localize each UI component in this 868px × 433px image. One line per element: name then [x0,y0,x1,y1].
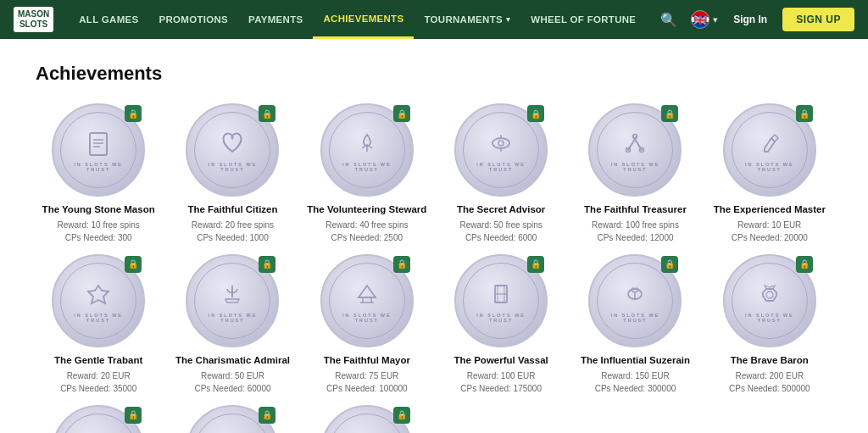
achievement-reward: Reward: 10 EUR CPs Needed: 20000 [732,219,808,244]
svg-point-13 [633,135,637,139]
achievement-volunteering-steward: IN SLOTS WE TRUST 🔒 The Volunteering Ste… [304,103,430,244]
achievement-partial-3: 🔒 [304,405,430,433]
medal-icon [83,279,114,309]
page-title: Achievements [36,63,832,85]
svg-rect-0 [90,133,107,155]
achievement-name: The Gentle Trabant [54,354,142,367]
achievement-reward: Reward: 100 free spins CPs Needed: 12000 [592,219,679,244]
flag-icon: 🇬🇧 [691,10,709,29]
achievement-name: The Experienced Master [714,203,826,216]
achievement-charismatic-admiral: IN SLOTS WE TRUST 🔒 The Charismatic Admi… [170,254,295,395]
achievement-reward: Reward: 40 free spins CPs Needed: 2500 [326,219,408,244]
main-nav: MASON SLOTS ALL GAMES PROMOTIONS PAYMENT… [0,0,868,39]
medal-inner: IN SLOTS WE TRUST [329,112,405,188]
medal-wrap: IN SLOTS WE TRUST 🔒 [723,103,816,197]
medal-wrap: IN SLOTS WE TRUST 🔒 [52,103,145,197]
lock-icon: 🔒 [661,256,678,273]
medal-inner: IN SLOTS WE TRUST [732,112,808,188]
medal-wrap: IN SLOTS WE TRUST 🔒 [454,103,548,197]
medal-text: IN SLOTS WE TRUST [598,313,672,323]
medal-text: IN SLOTS WE TRUST [195,162,270,172]
nav-right: 🔍 🇬🇧 ▾ Sign In SIGN UP [655,8,854,31]
medal-text: IN SLOTS WE TRUST [464,162,538,172]
medal-wrap: IN SLOTS WE TRUST 🔒 [186,254,279,347]
achievement-name: The Faithful Citizen [187,203,277,216]
medal-wrap: 🔒 [320,405,414,433]
nav-payments[interactable]: PAYMENTS [238,0,313,39]
medal-inner: IN SLOTS WE TRUST [194,263,270,339]
medal-wrap: IN SLOTS WE TRUST 🔒 [320,103,414,197]
achievement-reward: Reward: 100 EUR CPs Needed: 175000 [460,369,542,395]
lock-icon: 🔒 [259,105,275,122]
achievement-name: The Brave Baron [731,354,809,367]
achievement-reward: Reward: 200 EUR CPs Needed: 500000 [729,369,810,395]
achievement-name: The Influential Suzerain [581,354,690,367]
nav-wheel-of-fortune[interactable]: WHEEL OF FORTUNE [520,0,646,39]
lock-icon: 🔒 [796,256,813,273]
lock-icon: 🔒 [259,256,275,273]
achievements-grid: IN SLOTS WE TRUST 🔒 The Young Stone Maso… [36,103,832,433]
medal-icon [352,279,382,309]
achievement-reward: Reward: 20 EUR CPs Needed: 35000 [60,369,136,395]
medal-inner: IN SLOTS WE TRUST [597,112,673,188]
achievement-reward: Reward: 10 free spins CPs Needed: 300 [58,219,140,244]
logo[interactable]: MASON SLOTS [14,7,53,32]
medal-text: IN SLOTS WE TRUST [598,162,672,172]
achievement-name: The Secret Advisor [457,203,545,216]
achievement-reward: Reward: 150 EUR CPs Needed: 300000 [595,369,676,395]
svg-point-5 [492,138,509,148]
medal-wrap: IN SLOTS WE TRUST 🔒 [320,254,414,347]
lock-icon: 🔒 [259,407,275,424]
medal-text: IN SLOTS WE TRUST [330,162,404,172]
nav-tournaments[interactable]: TOURNAMENTS▾ [414,0,520,39]
medal-icon [754,279,785,309]
nav-links: ALL GAMES PROMOTIONS PAYMENTS ACHIEVEMEN… [69,0,655,39]
medal-wrap: 🔒 [52,405,145,433]
lock-icon: 🔒 [393,105,410,122]
medal-text: IN SLOTS WE TRUST [61,162,136,172]
lock-icon: 🔒 [393,407,410,424]
search-button[interactable]: 🔍 [655,12,682,28]
medal-text: IN SLOTS WE TRUST [61,313,136,323]
achievement-secret-advisor: IN SLOTS WE TRUST 🔒 The Secret Advisor R… [438,103,564,244]
language-selector[interactable]: 🇬🇧 ▾ [691,10,718,29]
signin-button[interactable]: Sign In [726,14,774,25]
nav-all-games[interactable]: ALL GAMES [69,0,148,39]
achievement-partial-1: 🔒 [36,405,161,433]
nav-achievements[interactable]: ACHIEVEMENTS [313,0,414,39]
medal-wrap: IN SLOTS WE TRUST 🔒 [454,254,548,347]
medal-inner: IN SLOTS WE TRUST [60,263,136,339]
medal-icon [620,128,650,158]
medal-icon [352,128,382,158]
achievement-name: The Young Stone Mason [42,203,155,216]
achievement-name: The Faithful Mayor [324,354,410,367]
medal-inner: IN SLOTS WE TRUST [463,263,539,339]
medal-icon [620,279,650,309]
medal-icon [217,279,248,309]
medal-text: IN SLOTS WE TRUST [464,313,538,323]
medal-icon [217,128,248,158]
medal-inner: IN SLOTS WE TRUST [60,112,136,188]
nav-promotions[interactable]: PROMOTIONS [148,0,238,39]
medal-text: IN SLOTS WE TRUST [732,162,807,172]
medal-wrap: IN SLOTS WE TRUST 🔒 [186,103,279,197]
achievement-influential-suzerain: IN SLOTS WE TRUST 🔒 The Influential Suze… [572,254,698,395]
achievement-reward: Reward: 75 EUR CPs Needed: 100000 [326,369,408,395]
achievement-experienced-master: IN SLOTS WE TRUST 🔒 The Experienced Mast… [707,103,832,244]
achievement-reward: Reward: 50 free spins CPs Needed: 6000 [460,219,542,244]
achievement-reward: Reward: 20 free spins CPs Needed: 1000 [192,219,274,244]
achievement-name: The Powerful Vassal [454,354,548,367]
medal-wrap: 🔒 [186,405,279,433]
lock-icon: 🔒 [527,105,544,122]
signup-button[interactable]: SIGN UP [782,8,854,31]
svg-point-6 [498,141,504,146]
achievement-name: The Charismatic Admiral [175,354,290,367]
achievement-gentle-trabant: IN SLOTS WE TRUST 🔒 The Gentle Trabant R… [36,254,161,395]
medal-inner: IN SLOTS WE TRUST [463,112,539,188]
medal-inner: IN SLOTS WE TRUST [732,263,808,339]
medal-inner: IN SLOTS WE TRUST [597,263,673,339]
achievement-faithful-mayor: IN SLOTS WE TRUST 🔒 The Faithful Mayor R… [304,254,430,395]
lock-icon: 🔒 [393,256,410,273]
lock-icon: 🔒 [527,256,544,273]
medal-text: IN SLOTS WE TRUST [330,313,404,323]
